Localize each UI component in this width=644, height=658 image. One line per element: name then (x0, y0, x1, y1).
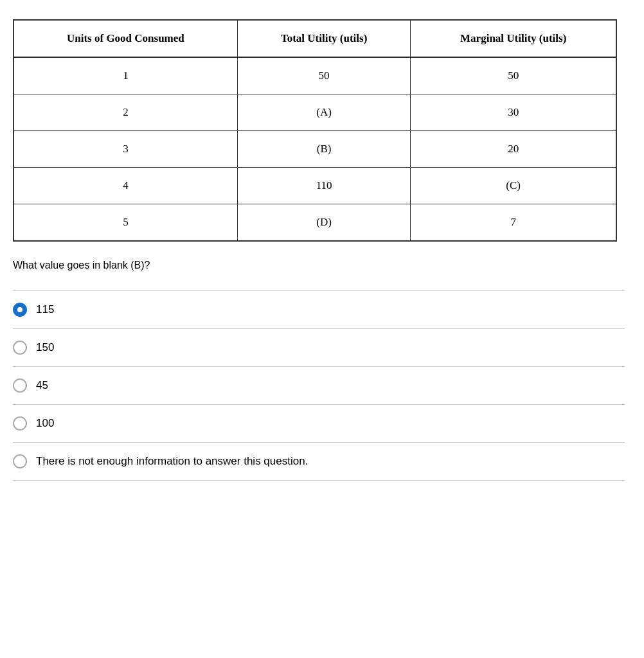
cell-total-2: (A) (237, 94, 411, 131)
utility-table: Units of Good Consumed Total Utility (ut… (13, 19, 617, 242)
cell-marginal-1: 50 (411, 57, 616, 94)
cell-units-1: 1 (13, 57, 237, 94)
cell-total-5: (D) (237, 204, 411, 242)
cell-total-4: 110 (237, 168, 411, 204)
radio-button-1[interactable] (13, 341, 27, 355)
cell-marginal-2: 30 (411, 94, 616, 131)
table-row: 5(D)7 (13, 204, 616, 242)
options-container: 11515045100There is not enough informati… (13, 290, 625, 481)
cell-units-2: 2 (13, 94, 237, 131)
option-label-1: 150 (36, 341, 54, 354)
radio-button-0[interactable] (13, 303, 27, 317)
cell-total-3: (B) (237, 131, 411, 168)
col-header-units: Units of Good Consumed (13, 20, 237, 57)
option-row-4[interactable]: There is not enough information to answe… (13, 442, 625, 481)
option-label-2: 45 (36, 379, 48, 392)
cell-units-4: 4 (13, 168, 237, 204)
radio-button-2[interactable] (13, 378, 27, 393)
cell-units-3: 3 (13, 131, 237, 168)
table-row: 4110(C) (13, 168, 616, 204)
table-row: 15050 (13, 57, 616, 94)
question-text: What value goes in blank (B)? (13, 260, 625, 271)
table-row: 2(A)30 (13, 94, 616, 131)
option-row-3[interactable]: 100 (13, 404, 625, 442)
option-label-3: 100 (36, 417, 54, 430)
table-row: 3(B)20 (13, 131, 616, 168)
radio-button-4[interactable] (13, 454, 27, 468)
cell-marginal-3: 20 (411, 131, 616, 168)
cell-units-5: 5 (13, 204, 237, 242)
cell-marginal-5: 7 (411, 204, 616, 242)
option-label-4: There is not enough information to answe… (36, 455, 308, 468)
option-row-0[interactable]: 115 (13, 290, 625, 328)
option-row-1[interactable]: 150 (13, 328, 625, 366)
col-header-total: Total Utility (utils) (237, 20, 411, 57)
cell-marginal-4: (C) (411, 168, 616, 204)
option-row-2[interactable]: 45 (13, 366, 625, 404)
cell-total-1: 50 (237, 57, 411, 94)
option-label-0: 115 (36, 303, 54, 316)
col-header-marginal: Marginal Utility (utils) (411, 20, 616, 57)
utility-table-container: Units of Good Consumed Total Utility (ut… (13, 19, 617, 242)
radio-button-3[interactable] (13, 416, 27, 431)
